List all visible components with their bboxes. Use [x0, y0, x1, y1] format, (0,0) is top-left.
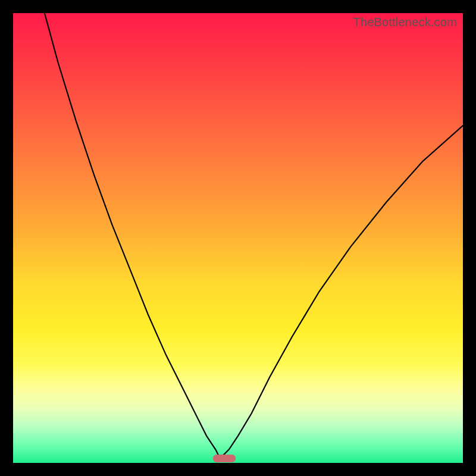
- curve-left-branch: [45, 13, 220, 458]
- optimum-marker: [213, 455, 236, 463]
- curve-right-branch: [220, 126, 463, 458]
- bottleneck-curve: [13, 13, 463, 463]
- plot-area: TheBottleneck.com: [13, 13, 463, 463]
- chart-frame: { "watermark": "TheBottleneck.com", "col…: [0, 0, 476, 476]
